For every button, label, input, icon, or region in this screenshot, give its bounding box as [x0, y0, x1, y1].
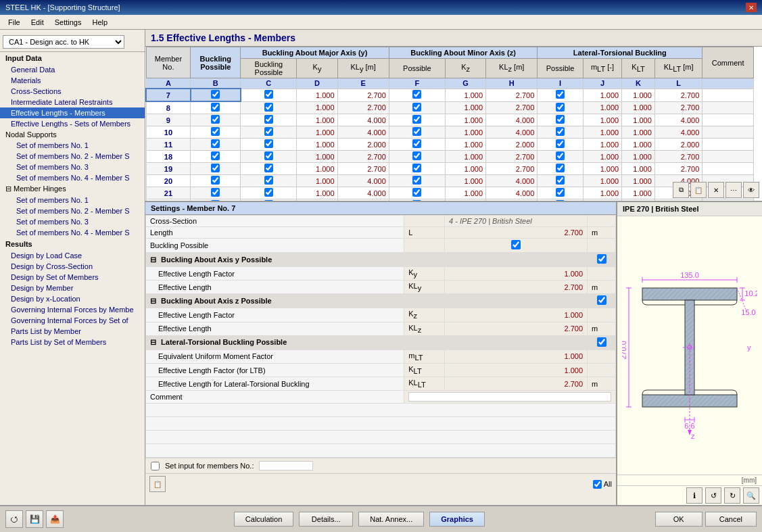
sidebar-item-hinge-3[interactable]: Set of members No. 3	[0, 216, 145, 227]
cell-bp[interactable]	[191, 114, 241, 126]
cell-bminp[interactable]	[389, 187, 445, 199]
design-combo[interactable]: CA1 - Design acc. to HK	[3, 35, 124, 49]
cell-bp[interactable]	[191, 199, 241, 201]
table-delete-btn[interactable]: ✕	[708, 182, 724, 198]
settings-group-major-cb[interactable]	[588, 253, 616, 267]
cancel-button[interactable]: Cancel	[705, 512, 757, 527]
menu-file[interactable]: File	[3, 17, 26, 28]
cell-bmp[interactable]	[241, 187, 297, 199]
cell-bp[interactable]	[191, 187, 241, 199]
buckling-checkbox[interactable]	[511, 240, 521, 249]
sidebar-item-hinge-2[interactable]: Set of members No. 2 - Member S	[0, 205, 145, 216]
major-checkbox[interactable]	[597, 254, 606, 264]
sidebar-item-materials[interactable]: Materials	[0, 75, 145, 86]
details-button[interactable]: Details...	[299, 512, 353, 527]
settings-group-lt-cb[interactable]	[588, 335, 616, 349]
sidebar-item-parts-list-member[interactable]: Parts List by Member	[0, 326, 145, 337]
tool-btn-3[interactable]: 📤	[46, 510, 64, 528]
cell-bminp[interactable]	[389, 126, 445, 139]
cs-rotate-left-btn[interactable]: ↺	[705, 487, 721, 504]
table-eye-btn[interactable]: 👁	[743, 182, 759, 198]
cell-ltp[interactable]	[538, 163, 583, 175]
cs-info-btn[interactable]: ℹ	[686, 487, 703, 504]
cell-ltp[interactable]	[538, 114, 583, 126]
cell-bp[interactable]	[191, 139, 241, 151]
cell-bp[interactable]	[191, 89, 241, 101]
table-copy-btn[interactable]: ⧉	[673, 182, 689, 198]
menu-help[interactable]: Help	[87, 17, 113, 28]
cell-bmp[interactable]	[241, 163, 297, 175]
sidebar-item-nodal-2[interactable]: Set of members No. 2 - Member S	[0, 151, 145, 162]
cell-bminp[interactable]	[389, 101, 445, 114]
cell-bmp[interactable]	[241, 175, 297, 187]
sidebar-item-hinge-4[interactable]: Set of members No. 4 - Member S	[0, 227, 145, 238]
cell-bp[interactable]	[191, 163, 241, 175]
sidebar-item-nodal-3[interactable]: Set of members No. 3	[0, 162, 145, 172]
ok-button[interactable]: OK	[655, 512, 703, 527]
calculation-button[interactable]: Calculation	[234, 512, 293, 527]
settings-comment-value[interactable]	[404, 391, 616, 404]
sidebar-item-nodal-1[interactable]: Set of members No. 1	[0, 140, 145, 151]
data-table-wrapper[interactable]: MemberNo. BucklingPossible Buckling Abou…	[145, 47, 762, 201]
sidebar-group-nodal-supports[interactable]: Nodal Supports	[0, 129, 145, 140]
cell-ltp[interactable]	[538, 126, 583, 139]
sidebar-item-effective-lengths-members[interactable]: Effective Lengths - Members	[0, 107, 145, 118]
sidebar-item-parts-list-set[interactable]: Parts List by Set of Members	[0, 337, 145, 347]
cell-bp[interactable]	[191, 101, 241, 114]
cell-bminp[interactable]	[389, 139, 445, 151]
cell-bminp[interactable]	[389, 175, 445, 187]
cell-bminp[interactable]	[389, 199, 445, 201]
sidebar-item-cross-sections[interactable]: Cross-Sections	[0, 86, 145, 97]
cs-rotate-right-btn[interactable]: ↻	[724, 487, 740, 504]
cell-bminp[interactable]	[389, 151, 445, 163]
cell-ltp[interactable]	[538, 139, 583, 151]
settings-buckling-cb[interactable]	[445, 239, 588, 253]
sidebar-item-nodal-4[interactable]: Set of members No. 4 - Member S	[0, 172, 145, 183]
cell-bp[interactable]	[191, 151, 241, 163]
sidebar-item-design-set-members[interactable]: Design by Set of Members	[0, 272, 145, 283]
cell-bmp[interactable]	[241, 101, 297, 114]
close-button[interactable]: ✕	[746, 3, 757, 12]
all-checkbox[interactable]	[593, 480, 602, 489]
cell-ltp[interactable]	[538, 199, 583, 201]
cell-bmp[interactable]	[241, 139, 297, 151]
comment-input[interactable]	[408, 392, 611, 402]
table-paste-btn[interactable]: 📋	[690, 182, 707, 198]
cell-bp[interactable]	[191, 126, 241, 139]
sidebar-item-design-member[interactable]: Design by Member	[0, 283, 145, 293]
sidebar-item-design-cross-section[interactable]: Design by Cross-Section	[0, 261, 145, 272]
settings-tool-btn[interactable]: 📋	[149, 476, 166, 492]
menu-edit[interactable]: Edit	[26, 17, 49, 28]
graphics-button[interactable]: Graphics	[429, 512, 485, 527]
cell-bmp[interactable]	[241, 89, 297, 101]
cell-bminp[interactable]	[389, 89, 445, 101]
sidebar-item-intermediate-lateral[interactable]: Intermediate Lateral Restraints	[0, 97, 145, 107]
sidebar-item-gov-forces-member[interactable]: Governing Internal Forces by Membe	[0, 304, 145, 315]
sidebar-item-design-load-case[interactable]: Design by Load Case	[0, 250, 145, 261]
table-more-btn[interactable]: ⋯	[725, 182, 742, 198]
cell-bmp[interactable]	[241, 151, 297, 163]
cell-bminp[interactable]	[389, 114, 445, 126]
cell-ltp[interactable]	[538, 187, 583, 199]
cell-bmp[interactable]	[241, 199, 297, 201]
member-no-input[interactable]	[259, 461, 313, 470]
tool-btn-1[interactable]: ⭯	[5, 510, 23, 528]
cell-ltp[interactable]	[538, 175, 583, 187]
menu-settings[interactable]: Settings	[49, 17, 87, 28]
cell-ltp[interactable]	[538, 101, 583, 114]
cell-ltp[interactable]	[538, 151, 583, 163]
cell-bmp[interactable]	[241, 126, 297, 139]
settings-group-minor-cb[interactable]	[588, 294, 616, 308]
nat-annex-button[interactable]: Nat. Annex...	[358, 512, 424, 527]
minor-checkbox[interactable]	[597, 295, 606, 305]
cell-bp[interactable]	[191, 175, 241, 187]
sidebar-item-design-x-location[interactable]: Design by x-Location	[0, 293, 145, 304]
cs-zoom-btn[interactable]: 🔍	[743, 487, 759, 504]
sidebar-item-hinge-1[interactable]: Set of members No. 1	[0, 195, 145, 205]
sidebar-item-gov-forces-set[interactable]: Governing Internal Forces by Set of	[0, 315, 145, 326]
cell-ltp[interactable]	[538, 89, 583, 101]
tool-btn-2[interactable]: 💾	[26, 510, 43, 528]
sidebar-item-effective-lengths-sets[interactable]: Effective Lengths - Sets of Members	[0, 118, 145, 129]
sidebar-item-general-data[interactable]: General Data	[0, 64, 145, 75]
sidebar-group-member-hinges[interactable]: ⊟ Member Hinges	[0, 183, 145, 195]
